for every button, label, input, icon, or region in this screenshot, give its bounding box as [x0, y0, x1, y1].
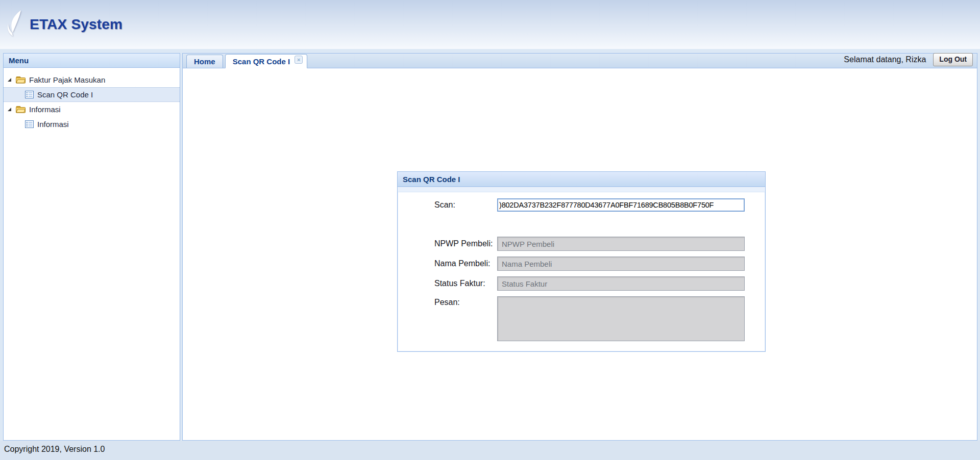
tree-item-informasi-folder[interactable]: Informasi: [4, 102, 180, 117]
tab-home[interactable]: Home: [186, 55, 223, 68]
tree-item-label: Informasi: [37, 120, 69, 129]
folder-icon: [16, 76, 26, 84]
expanded-caret-icon[interactable]: [8, 78, 11, 82]
npwp-pembeli-label: NPWP Pembeli:: [434, 239, 497, 248]
close-icon[interactable]: ×: [295, 56, 303, 64]
scan-field-label: Scan:: [434, 200, 497, 210]
pesan-field: [497, 296, 745, 341]
main-content: Scan QR Code I Scan: NPWP Pembeli: Nama …: [183, 68, 977, 440]
app-banner: ETAX System: [0, 0, 980, 49]
tab-bar-right: Selamat datang, Rizka Log Out: [844, 53, 977, 68]
nama-pembeli-field: [497, 257, 745, 271]
tree-item-label: Scan QR Code I: [37, 90, 93, 99]
form-row-npwp-pembeli: NPWP Pembeli:: [434, 237, 765, 251]
menu-panel: Menu Faktur Pajak Masukan: [3, 53, 180, 441]
tree-item-scan-qr-code-i[interactable]: Scan QR Code I: [4, 87, 180, 102]
footer: Copyright 2019, Version 1.0: [0, 441, 980, 460]
tab-label: Scan QR Code I: [233, 57, 290, 66]
tab-label: Home: [194, 57, 215, 66]
etax-app: ETAX System Menu Faktur Pajak Masukan: [0, 0, 980, 460]
form-icon: [25, 91, 34, 98]
tree-item-label: Faktur Pajak Masukan: [29, 75, 105, 84]
logout-button[interactable]: Log Out: [933, 53, 973, 66]
nama-pembeli-label: Nama Pembeli:: [434, 259, 497, 268]
form-row-nama-pembeli: Nama Pembeli:: [434, 257, 765, 271]
copyright-text: Copyright 2019, Version 1.0: [4, 445, 105, 453]
form-icon: [25, 120, 34, 128]
scan-qr-panel-toolbar: [398, 187, 765, 192]
tab-scan-qr-code-i[interactable]: Scan QR Code I ×: [225, 54, 308, 68]
pesan-label: Pesan:: [434, 298, 497, 307]
form-row-pesan: Pesan:: [434, 296, 765, 341]
menu-panel-header: Menu: [4, 54, 180, 68]
status-faktur-field: [497, 276, 745, 291]
form-row-scan: Scan:: [434, 198, 765, 212]
scan-form: Scan: NPWP Pembeli: Nama Pembeli: Status…: [398, 192, 765, 341]
folder-icon: [16, 106, 26, 113]
scan-qr-panel-title: Scan QR Code I: [403, 175, 460, 184]
expanded-caret-icon[interactable]: [8, 108, 11, 111]
menu-tree: Faktur Pajak Masukan Scan QR Code I: [4, 68, 180, 132]
app-logo-icon: [6, 10, 24, 39]
scan-qr-panel-header: Scan QR Code I: [398, 172, 765, 187]
scan-input[interactable]: [497, 198, 745, 212]
app-title: ETAX System: [30, 16, 122, 33]
welcome-text: Selamat datang, Rizka: [844, 55, 926, 64]
tree-item-informasi-leaf[interactable]: Informasi: [4, 117, 180, 132]
main-panel: Home Scan QR Code I × Selamat datang, Ri…: [182, 53, 977, 441]
menu-panel-title: Menu: [9, 56, 29, 65]
tree-item-faktur-pajak-masukan[interactable]: Faktur Pajak Masukan: [4, 72, 180, 87]
tree-item-label: Informasi: [29, 105, 61, 114]
status-faktur-label: Status Faktur:: [434, 279, 497, 288]
tab-bar: Home Scan QR Code I × Selamat datang, Ri…: [183, 54, 977, 68]
form-row-status-faktur: Status Faktur:: [434, 276, 765, 291]
npwp-pembeli-field: [497, 237, 745, 251]
scan-qr-panel: Scan QR Code I Scan: NPWP Pembeli: Nama …: [397, 171, 766, 352]
